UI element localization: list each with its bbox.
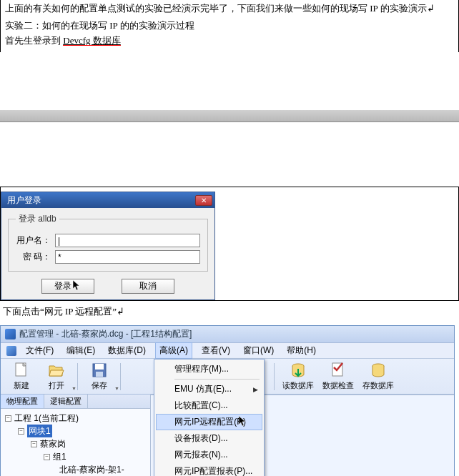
- menu-edit[interactable]: 编辑(E): [63, 343, 99, 358]
- tabs: 物理配置 逻辑配置: [1, 395, 150, 409]
- toolbar-data-check[interactable]: 数据检查: [320, 360, 357, 392]
- read-db-icon: [290, 362, 307, 379]
- window-title-bar[interactable]: 配置管理 - 北碚-蔡家岗.dcg - [工程1结构配置]: [1, 326, 454, 343]
- check-icon: [330, 362, 347, 379]
- menu-view[interactable]: 查看(V): [198, 343, 234, 358]
- password-input[interactable]: [55, 250, 200, 264]
- fieldset-legend: 登录 alldb: [16, 213, 59, 225]
- username-input[interactable]: [55, 234, 200, 247]
- doc-line-2: 实验二：如何的在现场写 IP 的的实验演示过程: [5, 20, 194, 31]
- cursor-icon: [239, 416, 247, 427]
- collapse-icon[interactable]: −: [31, 441, 37, 447]
- page-break: [0, 109, 459, 122]
- menu-window[interactable]: 窗口(W): [240, 343, 277, 358]
- doc-line-3a: 首先生登录到: [5, 35, 63, 46]
- dd-emu[interactable]: EMU 仿真(E)...▶: [156, 381, 262, 397]
- menu-database[interactable]: 数据库(D): [104, 343, 149, 358]
- collapse-icon[interactable]: −: [5, 415, 11, 422]
- toolbar-save-db[interactable]: 存数据库: [360, 360, 397, 392]
- screenshot-frame-login: 用户登录 ✕ 登录 alldb 用户名： 密 码： 登录 取消: [0, 187, 459, 301]
- login-button[interactable]: 登录: [41, 279, 94, 294]
- save-db-icon: [370, 362, 387, 379]
- toolbar-read-db[interactable]: 读数据库: [280, 360, 317, 392]
- tree-site[interactable]: −蔡家岗: [5, 437, 146, 450]
- mid-caption: 下面点击“网元 IP 远程配置”↲: [3, 305, 456, 318]
- tree-project[interactable]: −工程 1(当前工程): [5, 412, 146, 425]
- open-icon: [48, 362, 65, 379]
- advanced-dropdown: 管理程序(M)... EMU 仿真(E)...▶ 比较配置(C)... 网元IP…: [154, 359, 265, 476]
- cancel-button[interactable]: 取消: [122, 279, 174, 294]
- dd-separator: [174, 379, 260, 380]
- window-title: 配置管理 - 北碚-蔡家岗.dcg - [工程1结构配置]: [19, 328, 192, 340]
- toolbar-save[interactable]: 保存▼: [83, 360, 115, 392]
- toolbar-open[interactable]: 打开▼: [40, 360, 72, 392]
- menu-bar: 文件(F) 编辑(E) 数据库(D) 高级(A) 查看(V) 窗口(W) 帮助(…: [1, 343, 454, 359]
- username-label: 用户名：: [16, 234, 55, 247]
- dd-compare[interactable]: 比较配置(C)...: [156, 397, 262, 414]
- config-manager-window: 配置管理 - 北碚-蔡家岗.dcg - [工程1结构配置] 文件(F) 编辑(E…: [0, 325, 455, 476]
- side-panel: 物理配置 逻辑配置 −工程 1(当前工程) −网块1 −蔡家岗 −组1 北碚-蔡…: [1, 395, 151, 476]
- toolbar-separator: [120, 363, 121, 390]
- tree-view: −工程 1(当前工程) −网块1 −蔡家岗 −组1 北碚-蔡家岗-架1-: [1, 409, 150, 476]
- toolbar-separator: [77, 363, 78, 390]
- dd-ip-report[interactable]: 网元IP配置报表(P)...: [156, 463, 262, 476]
- toolbar-new[interactable]: 新建: [5, 360, 37, 392]
- svg-rect-2: [95, 364, 104, 370]
- tab-physical[interactable]: 物理配置: [1, 395, 44, 408]
- tree-block[interactable]: −网块1: [5, 425, 146, 437]
- new-icon: [13, 362, 30, 379]
- toolbar-separator: [274, 363, 275, 390]
- dialog-title-bar[interactable]: 用户登录 ✕: [1, 192, 214, 208]
- login-dialog: 用户登录 ✕ 登录 alldb 用户名： 密 码： 登录 取消: [1, 192, 215, 300]
- login-fieldset: 登录 alldb 用户名： 密 码：: [8, 213, 208, 272]
- db-name-text: Devcfg 数据库: [63, 35, 121, 46]
- menu-advanced[interactable]: 高级(A): [155, 342, 192, 359]
- dd-management[interactable]: 管理程序(M)...: [156, 361, 262, 377]
- svg-rect-3: [96, 372, 103, 377]
- doc-icon: [6, 346, 16, 356]
- dropdown-arrow-icon: ▼: [114, 386, 119, 391]
- close-button[interactable]: ✕: [195, 195, 212, 206]
- dialog-title: 用户登录: [7, 194, 41, 207]
- password-label: 密 码：: [16, 251, 55, 263]
- save-icon: [91, 362, 108, 379]
- dd-ne-report[interactable]: 网元报表(N)...: [156, 447, 262, 463]
- dd-device-report[interactable]: 设备报表(D)...: [156, 430, 262, 447]
- doc-line-1: 上面的有关如何的配置单点测试的实验已经演示完毕了，下面我们来做一些如何的现场写 …: [5, 3, 427, 14]
- menu-help[interactable]: 帮助(H): [283, 343, 320, 358]
- tree-leaf[interactable]: 北碚-蔡家岗-架1-: [5, 463, 146, 476]
- submenu-arrow-icon: ▶: [253, 386, 258, 393]
- menu-file[interactable]: 文件(F): [22, 343, 57, 358]
- tab-logical[interactable]: 逻辑配置: [44, 395, 88, 408]
- dd-remote-ip[interactable]: 网元IP远程配置(R): [156, 414, 262, 430]
- paragraph-mark: ↲: [427, 3, 435, 14]
- collapse-icon[interactable]: −: [18, 428, 24, 435]
- cursor-icon: [73, 280, 82, 292]
- document-area: 上面的有关如何的配置单点测试的实验已经演示完毕了，下面我们来做一些如何的现场写 …: [0, 0, 459, 52]
- tree-group[interactable]: −组1: [5, 450, 146, 463]
- dropdown-arrow-icon: ▼: [71, 386, 76, 391]
- app-icon: [5, 329, 16, 339]
- collapse-icon[interactable]: −: [44, 454, 50, 460]
